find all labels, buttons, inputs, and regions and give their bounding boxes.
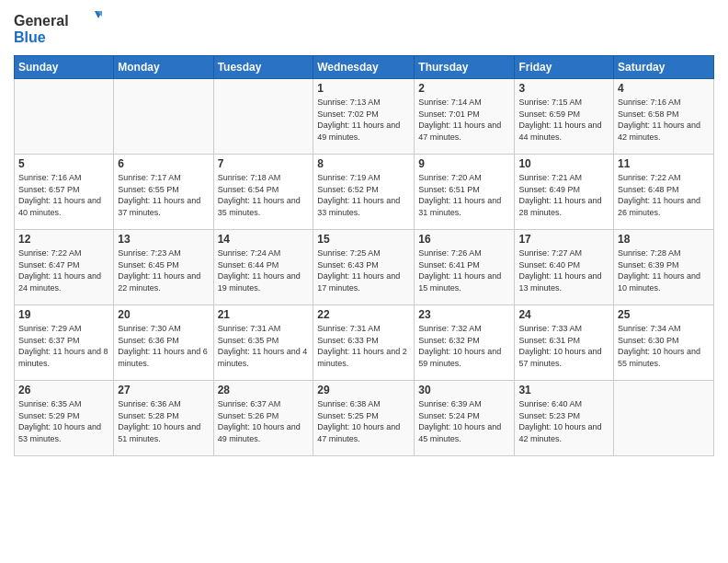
weekday-header-sunday: Sunday bbox=[15, 56, 114, 79]
calendar-cell: 23Sunrise: 7:32 AMSunset: 6:32 PMDayligh… bbox=[415, 305, 515, 381]
calendar-cell bbox=[15, 79, 114, 155]
day-number: 27 bbox=[118, 384, 209, 396]
day-number: 16 bbox=[418, 233, 510, 246]
day-number: 11 bbox=[618, 157, 710, 170]
day-info: Sunrise: 6:40 AMSunset: 5:23 PMDaylight:… bbox=[518, 398, 609, 444]
day-number: 19 bbox=[18, 308, 109, 321]
calendar-cell: 10Sunrise: 7:21 AMSunset: 6:49 PMDayligh… bbox=[515, 155, 614, 230]
calendar-cell: 16Sunrise: 7:26 AMSunset: 6:41 PMDayligh… bbox=[415, 230, 515, 305]
day-number: 6 bbox=[118, 157, 209, 170]
calendar-cell: 26Sunrise: 6:35 AMSunset: 5:29 PMDayligh… bbox=[15, 381, 114, 456]
day-info: Sunrise: 7:34 AMSunset: 6:30 PMDaylight:… bbox=[618, 323, 710, 369]
weekday-header-wednesday: Wednesday bbox=[313, 56, 415, 79]
day-number: 20 bbox=[118, 308, 209, 321]
weekday-header-row: SundayMondayTuesdayWednesdayThursdayFrid… bbox=[15, 56, 714, 79]
day-info: Sunrise: 7:14 AMSunset: 7:01 PMDaylight:… bbox=[418, 97, 510, 143]
header: General Blue bbox=[14, 9, 714, 48]
weekday-header-saturday: Saturday bbox=[614, 56, 714, 79]
calendar-cell: 17Sunrise: 7:27 AMSunset: 6:40 PMDayligh… bbox=[515, 230, 614, 305]
calendar-cell: 2Sunrise: 7:14 AMSunset: 7:01 PMDaylight… bbox=[415, 79, 515, 155]
day-info: Sunrise: 6:39 AMSunset: 5:24 PMDaylight:… bbox=[418, 398, 510, 444]
calendar-cell: 6Sunrise: 7:17 AMSunset: 6:55 PMDaylight… bbox=[114, 155, 213, 230]
calendar-cell bbox=[614, 381, 714, 456]
logo-svg: General Blue bbox=[14, 9, 106, 48]
day-number: 12 bbox=[18, 233, 109, 246]
day-info: Sunrise: 7:22 AMSunset: 6:47 PMDaylight:… bbox=[18, 247, 109, 293]
calendar-cell: 31Sunrise: 6:40 AMSunset: 5:23 PMDayligh… bbox=[515, 381, 614, 456]
day-number: 4 bbox=[618, 82, 710, 95]
calendar-cell: 27Sunrise: 6:36 AMSunset: 5:28 PMDayligh… bbox=[114, 381, 213, 456]
calendar-cell: 18Sunrise: 7:28 AMSunset: 6:39 PMDayligh… bbox=[614, 230, 714, 305]
day-number: 18 bbox=[618, 233, 710, 246]
weekday-header-friday: Friday bbox=[515, 56, 614, 79]
calendar-cell: 21Sunrise: 7:31 AMSunset: 6:35 PMDayligh… bbox=[213, 305, 313, 381]
day-info: Sunrise: 7:23 AMSunset: 6:45 PMDaylight:… bbox=[118, 247, 209, 293]
calendar-cell: 3Sunrise: 7:15 AMSunset: 6:59 PMDaylight… bbox=[515, 79, 614, 155]
day-number: 25 bbox=[618, 308, 710, 321]
calendar-cell: 12Sunrise: 7:22 AMSunset: 6:47 PMDayligh… bbox=[15, 230, 114, 305]
calendar-cell: 19Sunrise: 7:29 AMSunset: 6:37 PMDayligh… bbox=[15, 305, 114, 381]
day-number: 13 bbox=[118, 233, 209, 246]
day-number: 31 bbox=[518, 384, 609, 396]
day-number: 8 bbox=[317, 157, 410, 170]
day-info: Sunrise: 7:24 AMSunset: 6:44 PMDaylight:… bbox=[218, 247, 310, 293]
day-info: Sunrise: 7:22 AMSunset: 6:48 PMDaylight:… bbox=[618, 172, 710, 218]
day-info: Sunrise: 7:26 AMSunset: 6:41 PMDaylight:… bbox=[418, 247, 510, 293]
calendar-cell: 22Sunrise: 7:31 AMSunset: 6:33 PMDayligh… bbox=[313, 305, 415, 381]
day-info: Sunrise: 7:32 AMSunset: 6:32 PMDaylight:… bbox=[418, 323, 510, 369]
day-number: 15 bbox=[317, 233, 410, 246]
calendar-cell: 20Sunrise: 7:30 AMSunset: 6:36 PMDayligh… bbox=[114, 305, 213, 381]
day-info: Sunrise: 7:16 AMSunset: 6:57 PMDaylight:… bbox=[18, 172, 109, 218]
svg-text:General: General bbox=[14, 13, 69, 29]
day-number: 23 bbox=[418, 308, 510, 321]
day-info: Sunrise: 7:19 AMSunset: 6:52 PMDaylight:… bbox=[317, 172, 410, 218]
calendar-cell: 13Sunrise: 7:23 AMSunset: 6:45 PMDayligh… bbox=[114, 230, 213, 305]
day-info: Sunrise: 7:31 AMSunset: 6:35 PMDaylight:… bbox=[218, 323, 310, 369]
day-info: Sunrise: 7:13 AMSunset: 7:02 PMDaylight:… bbox=[317, 97, 410, 143]
calendar-cell: 24Sunrise: 7:33 AMSunset: 6:31 PMDayligh… bbox=[515, 305, 614, 381]
calendar-page: General Blue SundayMondayTuesdayWednesda… bbox=[0, 0, 728, 563]
calendar-cell: 4Sunrise: 7:16 AMSunset: 6:58 PMDaylight… bbox=[614, 79, 714, 155]
day-info: Sunrise: 7:28 AMSunset: 6:39 PMDaylight:… bbox=[618, 247, 710, 293]
day-info: Sunrise: 7:30 AMSunset: 6:36 PMDaylight:… bbox=[118, 323, 209, 369]
day-number: 1 bbox=[317, 82, 410, 95]
day-info: Sunrise: 7:16 AMSunset: 6:58 PMDaylight:… bbox=[618, 97, 710, 143]
weekday-header-tuesday: Tuesday bbox=[213, 56, 313, 79]
day-info: Sunrise: 7:18 AMSunset: 6:54 PMDaylight:… bbox=[218, 172, 310, 218]
day-number: 14 bbox=[218, 233, 310, 246]
day-info: Sunrise: 7:33 AMSunset: 6:31 PMDaylight:… bbox=[518, 323, 609, 369]
day-number: 7 bbox=[218, 157, 310, 170]
day-number: 9 bbox=[418, 157, 510, 170]
logo: General Blue bbox=[14, 9, 106, 48]
calendar-cell: 11Sunrise: 7:22 AMSunset: 6:48 PMDayligh… bbox=[614, 155, 714, 230]
day-info: Sunrise: 7:21 AMSunset: 6:49 PMDaylight:… bbox=[518, 172, 609, 218]
calendar-table: SundayMondayTuesdayWednesdayThursdayFrid… bbox=[14, 55, 714, 456]
calendar-cell: 28Sunrise: 6:37 AMSunset: 5:26 PMDayligh… bbox=[213, 381, 313, 456]
calendar-cell: 15Sunrise: 7:25 AMSunset: 6:43 PMDayligh… bbox=[313, 230, 415, 305]
calendar-cell: 5Sunrise: 7:16 AMSunset: 6:57 PMDaylight… bbox=[15, 155, 114, 230]
week-row-3: 12Sunrise: 7:22 AMSunset: 6:47 PMDayligh… bbox=[15, 230, 714, 305]
calendar-cell bbox=[114, 79, 213, 155]
day-info: Sunrise: 7:15 AMSunset: 6:59 PMDaylight:… bbox=[518, 97, 609, 143]
calendar-cell bbox=[213, 79, 313, 155]
day-info: Sunrise: 6:35 AMSunset: 5:29 PMDaylight:… bbox=[18, 398, 109, 444]
svg-text:Blue: Blue bbox=[14, 29, 46, 45]
day-number: 10 bbox=[518, 157, 609, 170]
day-info: Sunrise: 7:31 AMSunset: 6:33 PMDaylight:… bbox=[317, 323, 410, 369]
day-number: 22 bbox=[317, 308, 410, 321]
calendar-cell: 1Sunrise: 7:13 AMSunset: 7:02 PMDaylight… bbox=[313, 79, 415, 155]
week-row-1: 1Sunrise: 7:13 AMSunset: 7:02 PMDaylight… bbox=[15, 79, 714, 155]
week-row-2: 5Sunrise: 7:16 AMSunset: 6:57 PMDaylight… bbox=[15, 155, 714, 230]
week-row-4: 19Sunrise: 7:29 AMSunset: 6:37 PMDayligh… bbox=[15, 305, 714, 381]
calendar-cell: 14Sunrise: 7:24 AMSunset: 6:44 PMDayligh… bbox=[213, 230, 313, 305]
day-number: 26 bbox=[18, 384, 109, 396]
day-number: 2 bbox=[418, 82, 510, 95]
day-info: Sunrise: 6:38 AMSunset: 5:25 PMDaylight:… bbox=[317, 398, 410, 444]
calendar-cell: 7Sunrise: 7:18 AMSunset: 6:54 PMDaylight… bbox=[213, 155, 313, 230]
calendar-cell: 30Sunrise: 6:39 AMSunset: 5:24 PMDayligh… bbox=[415, 381, 515, 456]
weekday-header-monday: Monday bbox=[114, 56, 213, 79]
day-number: 21 bbox=[218, 308, 310, 321]
calendar-cell: 9Sunrise: 7:20 AMSunset: 6:51 PMDaylight… bbox=[415, 155, 515, 230]
day-info: Sunrise: 7:29 AMSunset: 6:37 PMDaylight:… bbox=[18, 323, 109, 369]
day-info: Sunrise: 6:37 AMSunset: 5:26 PMDaylight:… bbox=[218, 398, 310, 444]
